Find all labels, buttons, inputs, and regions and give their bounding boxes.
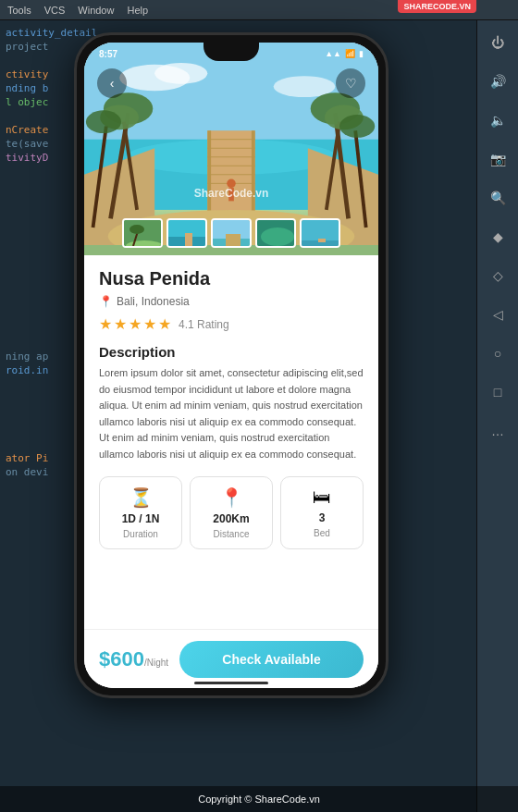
back-button[interactable]: ‹ bbox=[97, 68, 127, 98]
camera-icon[interactable]: 📷 bbox=[485, 146, 511, 172]
signal-icon: 📶 bbox=[345, 49, 355, 58]
distance-card: 📍 200Km Distance bbox=[190, 476, 273, 549]
home-icon[interactable]: ○ bbox=[485, 340, 511, 366]
sharecode-logo: SHARECODE.VN bbox=[398, 0, 476, 13]
volume-down-icon[interactable]: 🔈 bbox=[485, 107, 511, 133]
hero-image: ‹ ♡ ShareCode.vn bbox=[84, 43, 378, 255]
bed-value: 3 bbox=[319, 511, 326, 524]
bottom-bar: $600/Night Check Available bbox=[84, 629, 378, 688]
hero-watermark: ShareCode.vn bbox=[194, 187, 269, 200]
status-time: 8:57 bbox=[99, 49, 117, 59]
duration-label: Duration bbox=[123, 529, 158, 539]
check-available-button[interactable]: Check Available bbox=[179, 641, 364, 678]
star-rating: ★ ★ ★ ★ ★ bbox=[99, 315, 171, 333]
phone-screen: 8:57 ▲▲ 📶 ▮ bbox=[84, 43, 378, 688]
distance-icon: 📍 bbox=[220, 486, 243, 509]
duration-card: ⏳ 1D / 1N Duration bbox=[99, 476, 182, 549]
thumbnail-item[interactable] bbox=[211, 218, 252, 248]
description-text: Lorem ipsum dolor sit amet, consectetur … bbox=[99, 365, 364, 463]
power-icon[interactable]: ⏻ bbox=[485, 30, 511, 55]
svg-rect-42 bbox=[226, 234, 240, 248]
zoom-icon[interactable]: 🔍 bbox=[485, 185, 511, 211]
phone-notch bbox=[204, 43, 259, 61]
menu-window[interactable]: Window bbox=[78, 5, 114, 16]
diamond-outline-icon[interactable]: ◇ bbox=[485, 263, 511, 289]
diamond-filled-icon[interactable]: ◆ bbox=[485, 224, 511, 250]
thumbnail-item[interactable] bbox=[300, 218, 340, 248]
status-icons: ▲▲ 📶 ▮ bbox=[325, 49, 364, 58]
star-2: ★ bbox=[114, 315, 127, 333]
menu-help[interactable]: Help bbox=[127, 5, 148, 16]
volume-up-icon[interactable]: 🔊 bbox=[485, 68, 511, 94]
location-text: Bali, Indonesia bbox=[117, 295, 190, 308]
bed-icon: 🛏 bbox=[313, 486, 331, 508]
info-cards: ⏳ 1D / 1N Duration 📍 200Km Distance 🛏 3 … bbox=[99, 476, 364, 549]
thumbnail-item[interactable] bbox=[255, 218, 296, 248]
copyright-bar: Copyright © ShareCode.vn bbox=[0, 786, 518, 812]
favorite-button[interactable]: ♡ bbox=[336, 68, 365, 98]
location-row: 📍 Bali, Indonesia bbox=[99, 295, 364, 308]
thumbnail-item[interactable] bbox=[122, 218, 163, 248]
bed-card: 🛏 3 Bed bbox=[280, 476, 364, 549]
back-icon[interactable]: ◁ bbox=[485, 301, 511, 327]
phone-device: 8:57 ▲▲ 📶 ▮ bbox=[74, 32, 388, 698]
svg-point-44 bbox=[261, 228, 294, 246]
svg-point-36 bbox=[130, 225, 144, 234]
home-indicator bbox=[194, 682, 268, 684]
rating-text: 4.1 Rating bbox=[179, 318, 229, 331]
price-per-night: /Night bbox=[144, 658, 168, 668]
star-1: ★ bbox=[99, 315, 112, 333]
thumbnail-item[interactable] bbox=[166, 218, 207, 248]
menu-tools[interactable]: Tools bbox=[7, 5, 31, 16]
distance-value: 200Km bbox=[213, 512, 249, 525]
bed-label: Bed bbox=[314, 528, 330, 538]
svg-rect-39 bbox=[185, 233, 192, 248]
ide-right-toolbar: ⏻ 🔊 🔈 📷 🔍 ◆ ◇ ◁ ○ □ … bbox=[476, 20, 518, 812]
star-4: ★ bbox=[143, 315, 156, 333]
duration-icon: ⏳ bbox=[130, 486, 153, 509]
recent-icon[interactable]: □ bbox=[485, 379, 511, 405]
svg-point-27 bbox=[86, 110, 121, 133]
rating-row: ★ ★ ★ ★ ★ 4.1 Rating bbox=[99, 315, 364, 333]
content-area[interactable]: Nusa Penida 📍 Bali, Indonesia ★ ★ ★ ★ ★ … bbox=[84, 255, 378, 688]
description-title: Description bbox=[99, 344, 364, 360]
svg-point-29 bbox=[339, 115, 375, 138]
duration-value: 1D / 1N bbox=[122, 512, 160, 525]
wifi-icon: ▲▲ bbox=[325, 49, 341, 58]
more-icon[interactable]: … bbox=[485, 418, 511, 444]
price-value: $600 bbox=[99, 647, 144, 671]
svg-point-2 bbox=[154, 63, 207, 84]
location-pin-icon: 📍 bbox=[99, 295, 113, 308]
place-title: Nusa Penida bbox=[99, 268, 364, 289]
copyright-text: Copyright © ShareCode.vn bbox=[198, 794, 320, 805]
star-5: ★ bbox=[158, 315, 171, 333]
menu-vcs[interactable]: VCS bbox=[44, 5, 66, 16]
thumbnail-strip bbox=[122, 218, 340, 248]
battery-icon: ▮ bbox=[359, 49, 364, 58]
distance-label: Distance bbox=[214, 529, 250, 539]
star-3: ★ bbox=[129, 315, 142, 333]
price-section: $600/Night bbox=[99, 647, 168, 671]
